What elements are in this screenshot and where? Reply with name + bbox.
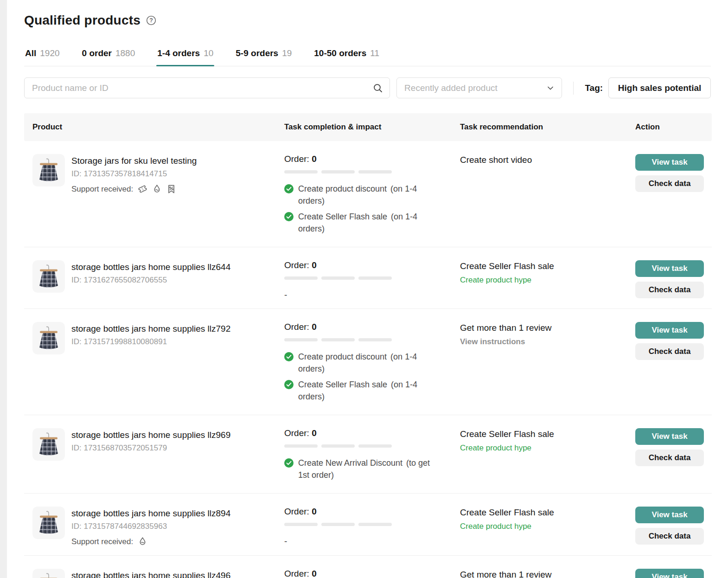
table-body: Storage jars for sku level testing ID: 1…	[24, 141, 712, 578]
product-title: storage bottles jars home supplies llz64…	[71, 261, 230, 273]
order-label: Order:	[284, 428, 309, 438]
table-header: Product Task completion & impact Task re…	[24, 113, 712, 141]
product-image	[32, 260, 65, 293]
product-title: storage bottles jars home supplies llz89…	[71, 507, 230, 520]
page-title: Qualified products	[24, 13, 140, 28]
page-left-gutter	[0, 0, 7, 578]
header-product: Product	[24, 122, 284, 132]
order-count: Order: 0	[284, 428, 438, 438]
progress-bars	[284, 444, 392, 448]
check-data-button[interactable]: Check data	[635, 175, 704, 192]
header-task-recommendation: Task recommendation	[460, 122, 635, 132]
support-received-row: Support received:	[71, 184, 197, 194]
table-row: storage bottles jars home supplies llz89…	[24, 494, 712, 556]
tag-label: Tag:	[585, 83, 603, 93]
chevron-down-icon	[547, 84, 554, 92]
view-task-button[interactable]: View task	[635, 428, 704, 445]
view-task-button[interactable]: View task	[635, 154, 704, 171]
product-image	[32, 428, 65, 461]
help-icon[interactable]	[146, 15, 156, 26]
tag-filter-chip[interactable]: High sales potential	[608, 77, 711, 98]
task-item: Create product discount(on 1-4 orders)	[284, 351, 438, 375]
progress-bars	[284, 170, 392, 173]
order-count: Order: 0	[284, 569, 438, 578]
products-table: Product Task completion & impact Task re…	[24, 113, 712, 578]
product-title: Storage jars for sku level testing	[71, 155, 197, 167]
check-circle-icon	[284, 380, 294, 389]
recommendation-title: Create short video	[460, 154, 626, 166]
tab-1-4-orders[interactable]: 1-4 orders 10	[156, 45, 214, 66]
check-circle-icon	[284, 458, 294, 468]
order-value: 0	[312, 322, 317, 332]
check-data-button[interactable]: Check data	[635, 528, 704, 545]
skirt-thumbnail	[32, 154, 65, 186]
order-label: Order:	[284, 154, 309, 164]
tab-5-9-orders[interactable]: 5-9 orders 19	[235, 45, 293, 66]
product-search-box[interactable]	[24, 77, 390, 98]
product-title: storage bottles jars home supplies llz49…	[71, 570, 230, 578]
table-row: storage bottles jars home supplies llz96…	[24, 415, 712, 494]
check-circle-icon	[284, 184, 294, 193]
check-circle-icon	[284, 352, 294, 361]
hype-flame-icon	[137, 536, 148, 547]
order-count: Order: 0	[284, 507, 438, 517]
order-value: 0	[312, 428, 317, 438]
order-count: Order: 0	[284, 260, 438, 270]
check-data-button[interactable]: Check data	[635, 343, 704, 360]
recommendation-title: Get more than 1 review	[460, 322, 626, 334]
product-title: storage bottles jars home supplies llz96…	[71, 429, 230, 441]
support-icons	[137, 184, 177, 194]
order-value: 0	[312, 569, 317, 578]
support-icons	[137, 536, 148, 547]
recommendation-link[interactable]: Create product hype	[460, 276, 626, 285]
no-task-dash: -	[284, 536, 438, 546]
order-value: 0	[312, 154, 317, 164]
check-data-button[interactable]: Check data	[635, 450, 704, 466]
product-image	[32, 569, 65, 578]
task-item: Create Seller Flash sale(on 1-4 orders)	[284, 211, 438, 235]
order-count: Order: 0	[284, 322, 438, 332]
qualified-products-page: Qualified products All 1920 0 order 1880…	[7, 0, 728, 578]
view-task-button[interactable]: View task	[635, 260, 704, 277]
order-label: Order:	[284, 322, 309, 332]
skirt-thumbnail	[32, 569, 65, 578]
divider	[573, 82, 574, 95]
order-value: 0	[312, 260, 317, 270]
product-title: storage bottles jars home supplies llz79…	[71, 323, 230, 335]
view-task-button[interactable]: View task	[635, 322, 704, 339]
bookmark-percent-icon	[166, 184, 177, 194]
task-list: Create product discount(on 1-4 orders)Cr…	[284, 183, 438, 235]
support-received-row: Support received:	[71, 536, 230, 547]
search-icon[interactable]	[373, 83, 383, 93]
coupon-icon	[137, 184, 148, 194]
search-input[interactable]	[32, 83, 373, 93]
order-label: Order:	[284, 569, 309, 578]
view-task-button[interactable]: View task	[635, 569, 704, 578]
hype-flame-icon	[152, 184, 162, 194]
recommendation-link[interactable]: Create product hype	[460, 522, 626, 531]
skirt-thumbnail	[32, 507, 65, 539]
support-received-label: Support received:	[71, 537, 133, 546]
skirt-thumbnail	[32, 322, 65, 354]
support-received-label: Support received:	[71, 185, 133, 194]
table-row: storage bottles jars home supplies llz49…	[24, 556, 712, 578]
tab-all[interactable]: All 1920	[24, 45, 61, 66]
skirt-thumbnail	[32, 428, 65, 461]
header-action: Action	[635, 122, 712, 132]
tab-0-order[interactable]: 0 order 1880	[81, 45, 136, 66]
tab-10-50-orders[interactable]: 10-50 orders 11	[313, 45, 380, 66]
product-image	[32, 154, 65, 186]
task-list: Create product discount(on 1-4 orders)Cr…	[284, 351, 438, 403]
task-item: Create Seller Flash sale(on 1-4 orders)	[284, 379, 438, 403]
product-image	[32, 507, 65, 539]
recommendation-link[interactable]: Create product hype	[460, 443, 626, 453]
progress-bars	[284, 523, 392, 526]
product-image	[32, 322, 65, 354]
view-task-button[interactable]: View task	[635, 507, 704, 523]
progress-bars	[284, 338, 392, 341]
header-task-completion: Task completion & impact	[284, 122, 460, 132]
recommendation-link[interactable]: View instructions	[460, 337, 626, 347]
check-data-button[interactable]: Check data	[635, 282, 704, 298]
sort-dropdown[interactable]: Recently added product	[396, 77, 562, 98]
skirt-thumbnail	[32, 260, 65, 293]
